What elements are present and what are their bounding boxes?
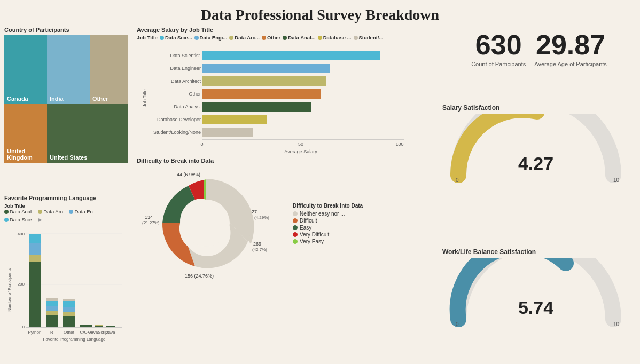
- svg-text:Python: Python: [28, 330, 42, 335]
- svg-text:4.27: 4.27: [518, 153, 553, 173]
- treemap-cell-canada[interactable]: Canada: [4, 35, 47, 104]
- svg-text:10: 10: [613, 321, 620, 327]
- legend-data-sci: Data Scie...: [4, 217, 36, 223]
- svg-rect-37: [202, 64, 330, 73]
- svg-text:0: 0: [456, 177, 459, 183]
- legend-data-analyst: Data Anal...: [4, 209, 36, 215]
- svg-text:Database Developer: Database Developer: [157, 117, 201, 122]
- svg-rect-47: [202, 128, 253, 137]
- svg-text:0: 0: [22, 325, 25, 329]
- svg-rect-41: [202, 89, 321, 99]
- svg-text:Student/Looking/None: Student/Looking/None: [153, 130, 201, 135]
- svg-rect-10: [29, 234, 41, 243]
- treemap-cell-us[interactable]: United States: [47, 104, 128, 163]
- svg-rect-24: [95, 325, 103, 326]
- svg-rect-18: [63, 307, 75, 312]
- svg-text:269: 269: [253, 241, 261, 247]
- treemap-cell-other[interactable]: Other: [90, 35, 128, 104]
- donut-area: 27 (4.29%) 269 (42.7%) 156 (24.76%) 134 …: [137, 165, 434, 283]
- svg-rect-45: [202, 115, 267, 124]
- svg-text:0: 0: [456, 321, 459, 327]
- donut-chart: 27 (4.29%) 269 (42.7%) 156 (24.76%) 134 …: [137, 165, 286, 283]
- svg-text:44 (6.98%): 44 (6.98%): [177, 172, 200, 177]
- svg-text:10: 10: [613, 177, 620, 183]
- svg-text:(42.7%): (42.7%): [252, 247, 267, 252]
- svg-text:R: R: [50, 330, 53, 335]
- diff-legend-very-easy: Very Easy: [293, 239, 363, 244]
- svg-rect-21: [80, 325, 92, 327]
- svg-rect-17: [63, 312, 75, 316]
- svg-text:Data Engineer: Data Engineer: [170, 66, 201, 71]
- svg-text:Favorite Programming Language: Favorite Programming Language: [43, 337, 106, 342]
- kpi-age-label: Average Age of Participants: [534, 61, 607, 67]
- svg-rect-20: [63, 299, 75, 301]
- svg-text:5.74: 5.74: [518, 297, 553, 318]
- donut-title: Difficulty to Break into Data: [137, 157, 434, 164]
- prog-lang-title: Favorite Programming Language: [4, 195, 128, 201]
- gauge-section: Salary Satisfaction 4.27 0 10: [442, 72, 636, 360]
- svg-text:50: 50: [298, 141, 303, 147]
- worklife-gauge-wrap: 5.74 0 10: [442, 258, 636, 327]
- svg-rect-35: [202, 51, 380, 60]
- legend-data-eng: Data En...: [69, 209, 97, 215]
- donut-svg: 27 (4.29%) 269 (42.7%) 156 (24.76%) 134 …: [137, 165, 286, 283]
- salary-gauge-container: Salary Satisfaction 4.27 0 10: [442, 104, 636, 183]
- svg-text:Other: Other: [189, 91, 201, 97]
- donut-section: Difficulty to Break into Data: [137, 157, 434, 360]
- svg-rect-43: [202, 102, 311, 112]
- svg-rect-7: [29, 262, 41, 327]
- kpi-count-value: 630: [471, 31, 526, 59]
- left-column: Country of Participants Canada India Oth…: [4, 27, 132, 360]
- worklife-gauge-title: Work/Life Balance Satisfaction: [442, 248, 536, 256]
- svg-text:Average Salary: Average Salary: [284, 149, 317, 154]
- hbar-legend: Job Title Data Scie... Data Engi... Data…: [137, 35, 434, 41]
- prog-lang-svg: 400 200 0 Number of Participants: [4, 226, 128, 343]
- svg-rect-22: [80, 325, 92, 325]
- treemap-cell-india[interactable]: India: [47, 35, 90, 104]
- svg-text:Data Analyst: Data Analyst: [174, 104, 201, 109]
- svg-rect-39: [202, 76, 326, 86]
- hbar-y-label: Job Title: [137, 42, 153, 154]
- svg-text:Data Scientist: Data Scientist: [170, 53, 200, 58]
- diff-legend-easy: Easy: [293, 225, 363, 231]
- svg-text:(21.27%): (21.27%): [142, 220, 160, 225]
- svg-text:27: 27: [252, 209, 257, 215]
- hbar-title: Average Salary by Job Title: [137, 27, 434, 33]
- treemap-section: Country of Participants Canada India Oth…: [4, 27, 128, 192]
- svg-text:Java: Java: [106, 330, 115, 335]
- svg-rect-16: [63, 316, 75, 327]
- svg-text:156 (24.76%): 156 (24.76%): [185, 273, 214, 279]
- diff-legend-difficult: Difficult: [293, 218, 363, 224]
- svg-text:Data Architect: Data Architect: [171, 78, 201, 84]
- svg-rect-9: [29, 243, 41, 255]
- legend-data-arch: Data Arc...: [38, 209, 67, 215]
- kpi-count-label: Count of Participants: [471, 61, 526, 67]
- treemap-cell-uk[interactable]: United Kingdom: [4, 104, 47, 163]
- hbar-svg: Data Scientist Data Engineer Data Archit…: [153, 42, 415, 154]
- svg-text:200: 200: [18, 282, 25, 287]
- worklife-gauge-container: Work/Life Balance Satisfaction 5.74 0 10: [442, 248, 636, 327]
- svg-rect-8: [29, 255, 41, 262]
- svg-point-53: [183, 200, 230, 247]
- svg-rect-11: [46, 315, 58, 327]
- svg-text:(4.29%): (4.29%): [254, 215, 269, 220]
- worklife-gauge-svg: 5.74 0 10: [442, 258, 629, 327]
- kpi-age-value: 29.87: [534, 31, 607, 59]
- hbar-section: Average Salary by Job Title Job Title Da…: [137, 27, 434, 154]
- svg-rect-19: [63, 301, 75, 307]
- right-column: 630 Count of Participants 29.87 Average …: [438, 27, 636, 360]
- salary-gauge-wrap: 4.27 0 10: [442, 114, 636, 183]
- treemap-title: Country of Participants: [4, 27, 128, 33]
- salary-gauge-svg: 4.27 0 10: [442, 114, 629, 183]
- treemap: Canada India Other United Kingdom United…: [4, 35, 128, 163]
- svg-text:100: 100: [395, 141, 403, 147]
- svg-text:Number of Participants: Number of Participants: [7, 268, 12, 311]
- legend-more: ▶: [38, 217, 42, 223]
- svg-rect-13: [46, 306, 58, 311]
- difficulty-legend: Difficulty to Break into Data Neither ea…: [293, 203, 363, 246]
- svg-rect-15: [46, 298, 58, 301]
- diff-legend-neither: Neither easy nor ...: [293, 211, 363, 217]
- page-title: Data Professional Survey Breakdown: [0, 0, 640, 27]
- hbar-chart-wrapper: Job Title Data Scientist Data Engineer D…: [137, 42, 434, 154]
- prog-lang-section: Favorite Programming Language Job Title …: [4, 195, 128, 360]
